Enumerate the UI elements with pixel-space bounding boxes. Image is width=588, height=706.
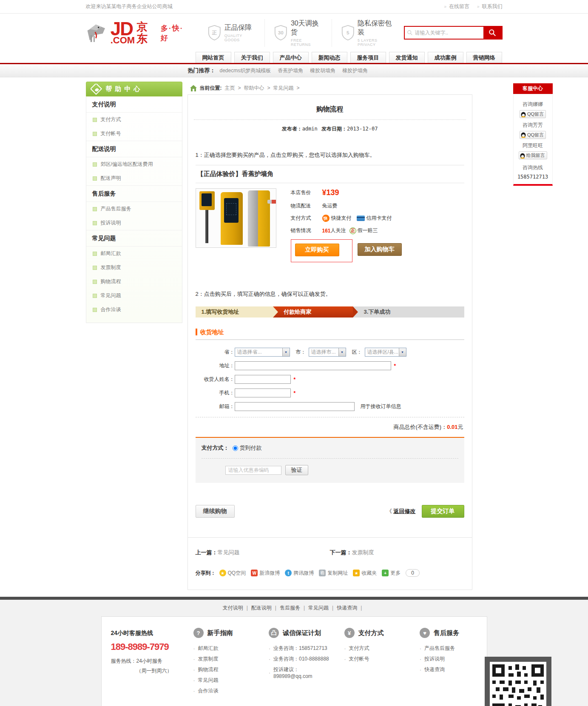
meta-author-label: 发布者： xyxy=(282,126,302,132)
meta-date: 2013-12-07 xyxy=(347,126,378,132)
footer-column-link[interactable]: · 业务咨询：010-8888888 xyxy=(269,654,330,664)
square-bullet-icon xyxy=(93,308,97,312)
required-mark: * xyxy=(294,390,296,396)
sidebar-item[interactable]: 购物流程 xyxy=(86,275,182,289)
nav-item[interactable]: 关于我们 xyxy=(234,52,270,63)
square-bullet-icon xyxy=(93,266,97,270)
sidebar-item[interactable]: 配送声明 xyxy=(86,171,182,185)
footer-column-title: 新手指南 xyxy=(207,629,233,637)
phone-input[interactable] xyxy=(235,388,291,397)
topbar-link-contact[interactable]: »联系我们 xyxy=(477,3,503,10)
address-input[interactable] xyxy=(235,361,391,370)
share-item[interactable]: ⎘ 复制网址 xyxy=(319,570,348,577)
logo-slogan: 多·快·好 xyxy=(161,23,188,43)
footer-hotline: 24小时客服热线 189-8989-7979 服务热线：24小时服务 （周一到周… xyxy=(108,628,179,696)
verify-coupon-button[interactable]: 验证 xyxy=(285,465,308,475)
breadcrumb-link-faq[interactable]: 常见问题 xyxy=(273,85,294,92)
nav-item[interactable]: 新闻动态 xyxy=(312,52,347,63)
qq-message-button[interactable]: 给我留言 xyxy=(519,151,547,159)
sidebar-group: 配送说明 郊区/偏远地区配送费用 配送声明 xyxy=(86,141,182,185)
bullet-icon: · xyxy=(193,656,195,662)
footer-column-link[interactable]: · 业务咨询：1585712713 xyxy=(269,643,330,654)
share-item[interactable]: W 新浪微博 xyxy=(251,570,280,577)
footer-nav-link[interactable]: 常见问题 xyxy=(308,605,329,611)
product-image[interactable] xyxy=(196,188,276,248)
order-total: 商品总价(不含运费)：0.01元 xyxy=(196,417,464,435)
add-to-cart-button[interactable]: 加入购物车 xyxy=(358,243,402,256)
sidebar-item[interactable]: 支付帐号 xyxy=(86,127,182,141)
footer-column-link[interactable]: · 投诉建议：898989@qq.com xyxy=(269,664,330,681)
coupon-input[interactable] xyxy=(225,466,281,475)
search-button[interactable] xyxy=(483,27,502,39)
nav-item[interactable]: 服务项目 xyxy=(350,52,386,63)
nav-item[interactable]: 成功案例 xyxy=(428,52,463,63)
next-link[interactable]: 发票制度 xyxy=(352,549,374,556)
footer-column-title: 诚信保证计划 xyxy=(283,629,321,637)
sidebar-item[interactable]: 邮局汇款 xyxy=(86,247,182,261)
sidebar-item[interactable]: 常见问题 xyxy=(86,289,182,303)
nav-item[interactable]: 网站首页 xyxy=(196,52,231,63)
footer-column-link[interactable]: · 产品售后服务 xyxy=(420,643,481,654)
nav-item[interactable]: 发货通知 xyxy=(389,52,425,63)
footer-hotline-phone: 189-8989-7979 xyxy=(111,641,179,652)
nav-item[interactable]: 产品中心 xyxy=(273,52,309,63)
breadcrumb-label: 当前位置: xyxy=(200,85,222,92)
sidebar-item[interactable]: 投诉说明 xyxy=(86,216,182,230)
hot-recommend-link[interactable]: dedecms织梦商城模板 xyxy=(220,67,271,74)
hot-recommend-link[interactable]: 橡胶胡墙角 xyxy=(310,67,335,74)
footer-column-link[interactable]: · 合作洽谈 xyxy=(193,686,255,696)
footer-column-link[interactable]: · 支付方式 xyxy=(344,643,406,654)
prev-link[interactable]: 常见问题 xyxy=(218,549,240,556)
buy-now-button[interactable]: 立即购买 xyxy=(295,244,339,256)
footer-nav-link[interactable]: 售后服务 xyxy=(280,605,300,611)
jd-logo[interactable]: JD .COM 京东 多·快·好 xyxy=(86,21,189,45)
continue-shopping-button[interactable]: 继续购物 xyxy=(196,505,235,518)
district-select[interactable]: 请选择区/县... ▼ xyxy=(365,348,406,357)
back-edit-link[interactable]: 《 返回修改 xyxy=(386,508,416,515)
nav-item[interactable]: 营销网络 xyxy=(466,52,502,63)
city-label: 市： xyxy=(296,349,306,356)
sidebar-item[interactable]: 合作洽谈 xyxy=(86,303,182,317)
share-item[interactable]: ★ 收藏夹 xyxy=(353,570,377,577)
sidebar-item[interactable]: 发票制度 xyxy=(86,261,182,275)
address-section-header: 收货地址 xyxy=(196,329,464,340)
footer-column-link[interactable]: · 常见问题 xyxy=(193,675,255,686)
footer-column-link[interactable]: · 投诉说明 xyxy=(420,654,481,664)
next-label: 下一篇： xyxy=(330,549,352,556)
footer-hotline-line1: 服务热线：24小时服务 xyxy=(111,658,179,665)
footer-nav: 支付说明|配送说明|售后服务|常见问题|快递查询| xyxy=(0,600,588,615)
cod-radio[interactable] xyxy=(233,445,238,451)
search-input[interactable] xyxy=(405,27,483,39)
footer-nav-link[interactable]: 支付说明 xyxy=(223,605,243,611)
sidebar-item[interactable]: 郊区/偏远地区配送费用 xyxy=(86,157,182,171)
footer-nav-link[interactable]: 快递查询 xyxy=(337,605,357,611)
share-item[interactable]: + 更多 xyxy=(382,570,401,577)
receiver-name-input[interactable] xyxy=(235,375,291,384)
topbar-link-message[interactable]: »在线留言 xyxy=(444,3,469,10)
hot-recommend-link[interactable]: 橡胶护墙角 xyxy=(342,67,368,74)
sidebar-item[interactable]: 支付方式 xyxy=(86,113,182,127)
qq-message-button[interactable]: QQ留言 xyxy=(520,131,546,139)
footer-column-link[interactable]: · 发票制度 xyxy=(193,654,255,664)
sidebar-item[interactable]: 产品售后服务 xyxy=(86,202,182,216)
submit-order-button[interactable]: 提交订单 xyxy=(422,505,464,518)
help-sidebar-header: 帮助中心 xyxy=(86,82,182,96)
footer-column-link[interactable]: · 快递查询 xyxy=(420,664,481,675)
share-item[interactable]: ★ QQ空间 xyxy=(219,570,246,577)
share-item[interactable]: t 腾讯微博 xyxy=(285,570,314,577)
footer-column-link[interactable]: · 购物流程 xyxy=(193,664,255,675)
footer-column-link[interactable]: · 支付帐号 xyxy=(344,654,406,664)
breadcrumb-link-home[interactable]: 主页 xyxy=(225,85,235,92)
city-select[interactable]: 请选择市... ▼ xyxy=(309,348,346,357)
footer-hotline-line2: （周一到周六） xyxy=(111,667,179,675)
footer-nav-link[interactable]: 配送说明 xyxy=(251,605,272,611)
qq-penguin-icon xyxy=(520,111,526,117)
email-input[interactable] xyxy=(235,402,355,411)
footer-column-link[interactable]: · 邮局汇款 xyxy=(193,643,255,654)
province-select[interactable]: 请选择省... ▼ xyxy=(235,348,290,357)
shield-icon: 5 xyxy=(341,24,355,41)
sidebar-group-title: 支付说明 xyxy=(86,96,182,113)
breadcrumb-link-help[interactable]: 帮助中心 xyxy=(244,85,264,92)
hot-recommend-link[interactable]: 香蕉护墙角 xyxy=(278,67,303,74)
qq-message-button[interactable]: QQ留言 xyxy=(520,110,546,118)
